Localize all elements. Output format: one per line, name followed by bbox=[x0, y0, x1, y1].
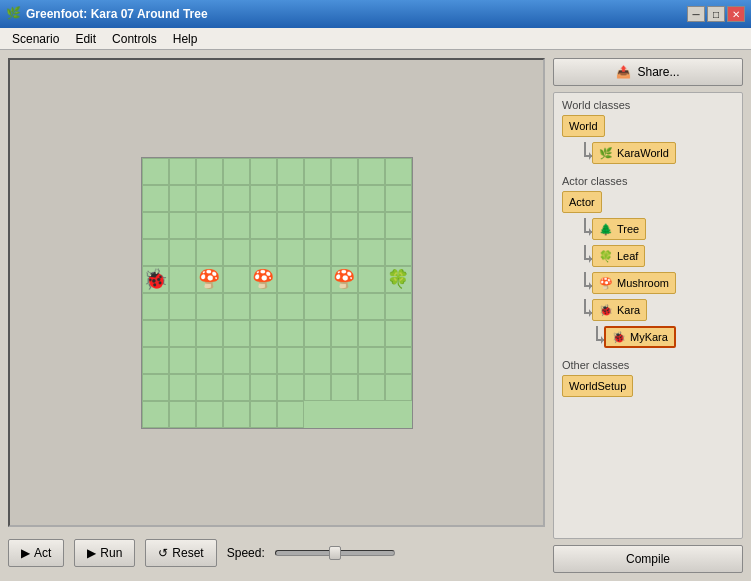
grid-cell bbox=[331, 347, 358, 374]
grid-cell bbox=[277, 158, 304, 185]
class-box-worldsetup[interactable]: WorldSetup bbox=[562, 375, 633, 397]
class-box-karaworld[interactable]: 🌿 KaraWorld bbox=[592, 142, 676, 164]
title-bar: 🌿 Greenfoot: Kara 07 Around Tree ─ □ ✕ bbox=[0, 0, 751, 28]
other-class-tree: WorldSetup bbox=[562, 375, 734, 400]
grid-cell bbox=[358, 320, 385, 347]
grid-cell bbox=[169, 266, 196, 293]
grid-cell bbox=[142, 158, 169, 185]
window-controls: ─ □ ✕ bbox=[687, 6, 745, 22]
menu-scenario[interactable]: Scenario bbox=[4, 30, 67, 48]
grid-cell bbox=[304, 185, 331, 212]
grid-cell bbox=[223, 239, 250, 266]
grid-cell bbox=[250, 401, 277, 428]
speed-label: Speed: bbox=[227, 546, 265, 560]
actor-class-tree: Actor 🌲 Tree bbox=[562, 191, 734, 351]
maximize-button[interactable]: □ bbox=[707, 6, 725, 22]
grid-cell bbox=[358, 293, 385, 320]
grid-cell bbox=[331, 239, 358, 266]
menu-edit[interactable]: Edit bbox=[67, 30, 104, 48]
grid-cell bbox=[196, 374, 223, 401]
grid-cell bbox=[223, 212, 250, 239]
class-box-kara[interactable]: 🐞 Kara bbox=[592, 299, 647, 321]
grid-cell bbox=[277, 212, 304, 239]
class-box-leaf[interactable]: 🍀 Leaf bbox=[592, 245, 645, 267]
act-button[interactable]: ▶ Act bbox=[8, 539, 64, 567]
grid-cell bbox=[385, 320, 412, 347]
grid-cell bbox=[331, 212, 358, 239]
leaf-label: Leaf bbox=[617, 250, 638, 262]
tree-row-karaworld: 🌿 KaraWorld bbox=[578, 142, 734, 164]
connector-mushroom-icon bbox=[578, 272, 592, 294]
grid-cell bbox=[169, 185, 196, 212]
class-box-world[interactable]: World bbox=[562, 115, 605, 137]
grid-cell bbox=[196, 347, 223, 374]
mushroom-icon: 🍄 bbox=[599, 277, 613, 290]
menu-help[interactable]: Help bbox=[165, 30, 206, 48]
connector-tree-icon bbox=[578, 218, 592, 240]
grid-cell bbox=[358, 374, 385, 401]
grid-cell bbox=[331, 185, 358, 212]
grid-cell bbox=[250, 266, 277, 293]
menu-controls[interactable]: Controls bbox=[104, 30, 165, 48]
grid-cell bbox=[196, 401, 223, 428]
tree-row-actor: Actor bbox=[562, 191, 734, 213]
tree-row-kara: 🐞 Kara bbox=[578, 299, 734, 321]
grid-cell bbox=[250, 320, 277, 347]
grid-cell bbox=[277, 374, 304, 401]
tree-label: Tree bbox=[617, 223, 639, 235]
grid-cell bbox=[304, 266, 331, 293]
grid-cell bbox=[277, 347, 304, 374]
grid-cell bbox=[304, 347, 331, 374]
grid-cell bbox=[331, 158, 358, 185]
grid-cell bbox=[385, 293, 412, 320]
world-view: 🐞 🍄 🍄 🍄 🍀 bbox=[8, 58, 545, 527]
grid-cell bbox=[358, 158, 385, 185]
app-icon: 🌿 bbox=[6, 6, 22, 22]
connector-leaf-icon bbox=[578, 245, 592, 267]
grid-cell bbox=[169, 347, 196, 374]
grid-cell bbox=[385, 374, 412, 401]
grid-cell bbox=[277, 320, 304, 347]
grid-cell bbox=[196, 212, 223, 239]
minimize-button[interactable]: ─ bbox=[687, 6, 705, 22]
class-box-actor[interactable]: Actor bbox=[562, 191, 602, 213]
grid-cell bbox=[385, 212, 412, 239]
grid-cell bbox=[142, 347, 169, 374]
tree-row-worldsetup: WorldSetup bbox=[562, 375, 734, 397]
speed-thumb[interactable] bbox=[329, 546, 341, 560]
leaf-icon: 🍀 bbox=[599, 250, 613, 263]
worldsetup-label: WorldSetup bbox=[569, 380, 626, 392]
run-icon: ▶ bbox=[87, 546, 96, 560]
tree-row-world: World bbox=[562, 115, 734, 137]
grid-cell bbox=[169, 158, 196, 185]
grid-cell bbox=[331, 266, 358, 293]
grid-cell bbox=[142, 239, 169, 266]
grid-cell bbox=[358, 239, 385, 266]
grid-cell bbox=[331, 320, 358, 347]
reset-button[interactable]: ↺ Reset bbox=[145, 539, 216, 567]
class-box-mykara[interactable]: 🐞 MyKara bbox=[604, 326, 676, 348]
grid-cell bbox=[250, 293, 277, 320]
grid-cell bbox=[304, 239, 331, 266]
grid-cell bbox=[223, 347, 250, 374]
tree-row-leaf: 🍀 Leaf bbox=[578, 245, 734, 267]
class-box-tree[interactable]: 🌲 Tree bbox=[592, 218, 646, 240]
karaworld-label: KaraWorld bbox=[617, 147, 669, 159]
mykara-label: MyKara bbox=[630, 331, 668, 343]
reset-icon: ↺ bbox=[158, 546, 168, 560]
speed-slider[interactable] bbox=[275, 550, 395, 556]
run-button[interactable]: ▶ Run bbox=[74, 539, 135, 567]
compile-button[interactable]: Compile bbox=[553, 545, 743, 573]
close-button[interactable]: ✕ bbox=[727, 6, 745, 22]
class-box-mushroom[interactable]: 🍄 Mushroom bbox=[592, 272, 676, 294]
main-content: 🐞 🍄 🍄 🍄 🍀 ▶ Act ▶ Run bbox=[0, 50, 751, 581]
grid-cell bbox=[385, 266, 412, 293]
grid-cell bbox=[385, 347, 412, 374]
tree-icon: 🌲 bbox=[599, 223, 613, 236]
grid-cell bbox=[142, 212, 169, 239]
share-button[interactable]: 📤 Share... bbox=[553, 58, 743, 86]
grid-cell bbox=[169, 212, 196, 239]
actor-classes-label: Actor classes bbox=[562, 175, 734, 187]
grid-cell bbox=[358, 347, 385, 374]
kara-label: Kara bbox=[617, 304, 640, 316]
